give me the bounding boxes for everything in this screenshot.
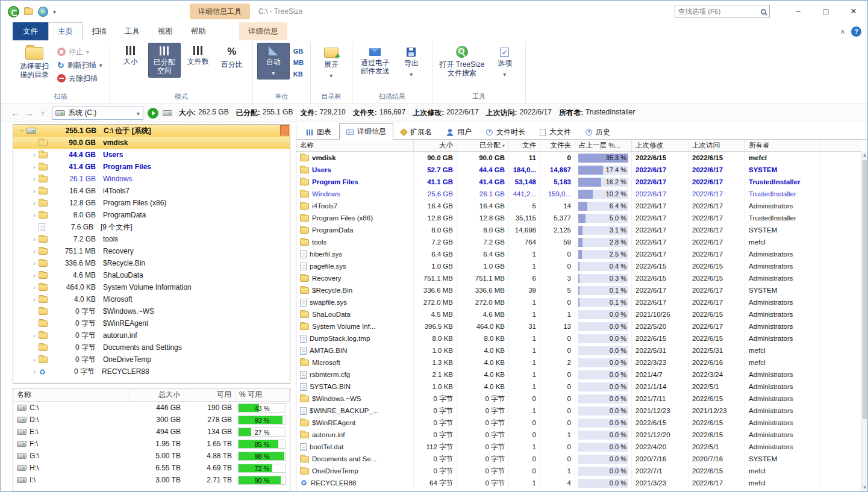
scrollbar-thumb[interactable] (863, 160, 867, 419)
drive-column-header-1[interactable]: 总大小 (130, 388, 184, 401)
table-row[interactable]: swapfile.sys272.0 MB272.0 MB100.1 %2022/… (296, 296, 861, 308)
ribbon-tab-tools[interactable]: 工具 (116, 22, 149, 40)
column-header-4[interactable]: 文件夹 (540, 140, 575, 151)
contextual-tab-details[interactable]: 详细信息 (239, 22, 287, 40)
table-row[interactable]: Windows25.6 GB26.1 GB441,2...159,0...10.… (296, 188, 861, 200)
tree-expander-icon[interactable]: › (30, 211, 39, 219)
tab-users[interactable]: 用户 (440, 125, 478, 140)
size-mode-button[interactable]: 大小 (114, 43, 147, 67)
tree-expander-icon[interactable]: › (30, 175, 39, 182)
scroll-down-icon[interactable] (862, 484, 867, 491)
drive-row[interactable]: H:\6.55 TB4.69 TB72 % (13, 462, 290, 474)
tree-row[interactable]: 0 字节Documents and Settings (13, 341, 290, 353)
quick-access-caret-icon[interactable] (53, 7, 56, 16)
search-icon[interactable] (761, 9, 766, 14)
close-button[interactable] (840, 1, 867, 22)
back-icon[interactable] (10, 108, 20, 118)
drive-row[interactable]: E:\494 GB134 GB27 % (13, 426, 290, 438)
table-row[interactable]: Users52.7 GB44.4 GB184,0...14,86717.4 %2… (296, 164, 861, 176)
table-row[interactable]: $WINRE_BACKUP_...0 字节0 字节100.0 %2021/12/… (296, 405, 861, 417)
tree-row[interactable]: ›336.6 MB$Recycle.Bin (13, 257, 290, 269)
table-row[interactable]: bootTel.dat112 字节0 字节100.0 %2022/4/20202… (296, 441, 861, 453)
vertical-scrollbar[interactable] (861, 152, 867, 491)
table-row[interactable]: $Recycle.Bin336.6 MB336.6 MB3950.1 %2022… (296, 284, 861, 296)
scan-icon[interactable] (38, 7, 48, 17)
tree-row[interactable]: ›44.4 GBUsers (13, 149, 290, 161)
table-row[interactable]: Documents and Se...0 字节0 字节000.0 %2020/7… (296, 453, 861, 465)
ribbon-tab-home[interactable]: 主页 (48, 22, 83, 40)
drive-row[interactable]: C:\446 GB190 GB43 % (13, 402, 290, 414)
drive-column-header-2[interactable]: 可用 (184, 388, 236, 401)
table-row[interactable]: System Volume Inf...396.5 KB464.0 KB3113… (296, 320, 861, 332)
table-row[interactable]: Microsoft1.3 KB4.0 KB120.0 %2022/3/23202… (296, 357, 861, 369)
unit-gb-button[interactable]: GB (291, 46, 306, 56)
table-row[interactable]: Program Files41.1 GB41.4 GB53,1485,18316… (296, 176, 861, 188)
file-count-mode-button[interactable]: 文件数 (182, 43, 214, 67)
tab-history[interactable]: 历史 (579, 125, 617, 140)
table-row[interactable]: RECYCLER8864 字节0 字节140.0 %2021/3/232022/… (296, 477, 861, 489)
tree-row[interactable]: ›41.4 GBProgram Files (13, 161, 290, 173)
tab-chart[interactable]: 图表 (300, 125, 338, 140)
app-icon[interactable] (8, 6, 19, 17)
tree-row[interactable]: ›4.6 MBShaLouData (13, 269, 290, 281)
tree-expander-icon[interactable]: › (30, 260, 39, 267)
scroll-up-icon[interactable] (862, 152, 867, 159)
tree-row[interactable]: ›8.0 GBProgramData (13, 209, 290, 221)
expand-button[interactable]: 展开 (315, 43, 348, 81)
column-header-3[interactable]: 文件 (509, 140, 540, 151)
start-scan-icon[interactable] (148, 108, 158, 119)
column-header-0[interactable]: 名称 (296, 140, 414, 151)
table-row[interactable]: vmdisk90.0 GB90.0 GB11035.3 %2022/6/1520… (296, 152, 861, 164)
auto-unit-button[interactable]: 自动 (257, 43, 290, 79)
tree-row[interactable]: ›464.0 KBSystem Volume Information (13, 281, 290, 293)
export-button[interactable]: 导出 (395, 43, 428, 80)
tree-row[interactable]: ›751.1 MBRecovery (13, 245, 290, 257)
tree-row[interactable]: ›12.8 GBProgram Files (x86) (13, 197, 290, 209)
column-header-1[interactable]: 大小 (414, 140, 457, 151)
table-row[interactable]: ProgramData8.0 GB8.0 GB14,6982,1253.1 %2… (296, 224, 861, 236)
open-folder-icon[interactable] (24, 8, 33, 15)
table-row[interactable]: autorun.inf0 字节0 字节010.0 %2021/12/202022… (296, 429, 861, 441)
tree-row[interactable]: ›0 字节RECYCLER88 (13, 366, 290, 378)
table-row[interactable]: $WinREAgent0 字节0 字节000.0 %2022/6/152022/… (296, 417, 861, 429)
drive-row[interactable]: G:\5.00 TB4.88 TB98 % (13, 450, 290, 462)
tree-expander-icon[interactable]: › (30, 284, 39, 291)
column-header-8[interactable]: 所有者 (745, 140, 820, 151)
column-header-6[interactable]: 上次修改 (632, 140, 688, 151)
tree-expander-icon[interactable]: › (30, 356, 39, 363)
tree-expander-icon[interactable]: › (30, 187, 39, 195)
percent-mode-button[interactable]: 百分比 (216, 43, 248, 70)
tree-row[interactable]: ›0 字节OneDriveTemp (13, 353, 290, 366)
table-row[interactable]: ShaLouData4.5 MB4.6 MB110.0 %2021/10/262… (296, 308, 861, 320)
tree-expander-icon[interactable]: › (30, 368, 39, 375)
unit-mb-button[interactable]: MB (291, 57, 306, 67)
send-by-email-button[interactable]: 通过电子 邮件发送 (357, 43, 394, 78)
search-input[interactable] (678, 8, 758, 15)
tree-row[interactable]: 7.6 GB[9 个文件] (13, 221, 290, 233)
drive-row[interactable]: I:\3.00 TB2.71 TB90 % (13, 474, 290, 486)
table-row[interactable]: OneDriveTemp0 字节0 字节010.0 %2022/7/12022/… (296, 465, 861, 477)
tree-expander-icon[interactable]: › (30, 163, 39, 170)
remove-scan-button[interactable]: 去除扫描 (54, 72, 105, 85)
table-row[interactable]: pagefile.sys1.0 GB1.0 GB100.4 %2022/6/15… (296, 260, 861, 272)
stop-button[interactable]: 停止 (54, 45, 105, 58)
ribbon-tab-view[interactable]: 视图 (149, 22, 182, 40)
maximize-button[interactable] (812, 1, 840, 22)
tab-details[interactable]: 详细信息 (339, 123, 393, 140)
scroll-indicator[interactable] (280, 125, 289, 135)
tree-row[interactable]: ›255.1 GBC:\ 位于 [系统] (13, 125, 290, 137)
drive-row[interactable]: D:\300 GB278 GB93 % (13, 414, 290, 426)
tree-expander-icon[interactable]: › (30, 332, 39, 339)
tree-expander-icon[interactable]: › (30, 235, 39, 243)
tab-file-age[interactable]: 文件时长 (479, 125, 532, 140)
table-row[interactable]: Program Files (x86)12.8 GB12.8 GB35,1155… (296, 212, 861, 224)
tree-expander-icon[interactable]: › (30, 199, 39, 207)
tree-row[interactable]: 0 字节$WinREAgent (13, 317, 290, 329)
unit-kb-button[interactable]: KB (291, 69, 306, 79)
open-file-search-button[interactable]: 打开 TreeSize 文件搜索 (437, 43, 487, 79)
tree-row[interactable]: ›16.4 GBi4Tools7 (13, 185, 290, 197)
table-row[interactable]: i4Tools716.4 GB16.4 GB5146.4 %2022/6/172… (296, 200, 861, 212)
table-row[interactable]: Recovery751.1 MB751.1 MB630.3 %2022/6/15… (296, 272, 861, 284)
tree-row[interactable]: ›4.0 KBMicrosoft (13, 293, 290, 305)
up-icon[interactable] (38, 108, 48, 118)
